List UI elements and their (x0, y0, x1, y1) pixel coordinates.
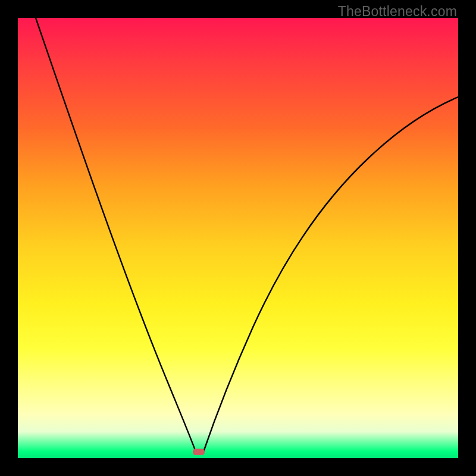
curve-right-branch (203, 97, 458, 453)
plot-area (18, 18, 458, 458)
chart-frame: TheBottleneck.com (0, 0, 476, 476)
bottleneck-marker (193, 449, 205, 455)
curve-left-branch (36, 18, 196, 453)
curve-layer (18, 18, 458, 458)
watermark-text: TheBottleneck.com (338, 4, 457, 20)
